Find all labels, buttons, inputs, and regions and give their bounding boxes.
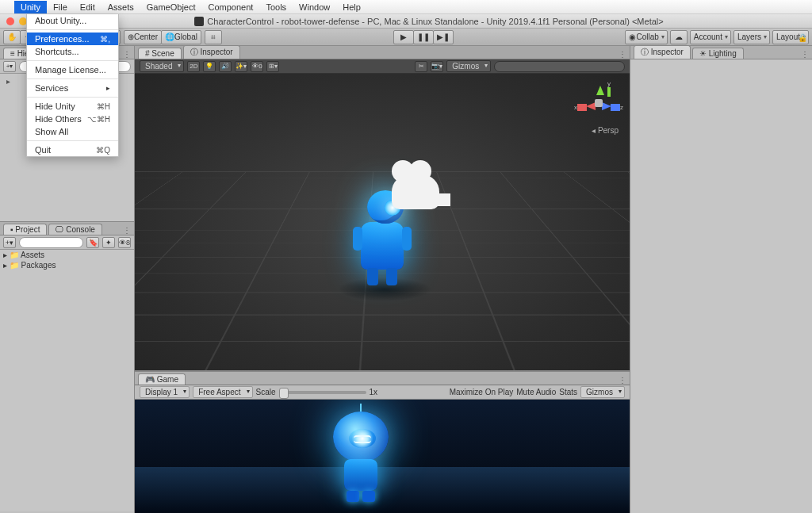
game-robot-character — [333, 412, 389, 503]
menu-hide-others[interactable]: Hide Others⌥⌘H — [27, 113, 118, 125]
scene-viewport[interactable]: y x z Persp — [135, 74, 630, 370]
panel-menu-icon[interactable]: ⋮ — [123, 226, 134, 235]
orientation-gizmo[interactable]: y x z — [579, 82, 619, 121]
menu-manage-license[interactable]: Manage License... — [27, 63, 118, 76]
inspector-body — [630, 59, 812, 513]
collab-dropdown[interactable]: ◉ Collab — [625, 30, 667, 44]
hand-tool-button[interactable]: ✋ — [3, 30, 21, 44]
scene-robot-character — [361, 222, 404, 270]
scene-camera-icon[interactable]: 📷▾ — [431, 61, 443, 72]
scene-toolbar: Shaded 2D 💡 🔊 ✨▾ 👁0 ⊞▾ ✂ 📷▾ Gizmos — [135, 59, 630, 74]
menu-about-unity[interactable]: About Unity... — [27, 14, 118, 27]
scene-tab[interactable]: # Scene — [138, 48, 182, 59]
window-close-button[interactable] — [6, 17, 14, 25]
stats-toggle[interactable]: Stats — [559, 388, 577, 396]
draw-mode-dropdown[interactable]: Shaded — [140, 60, 184, 72]
scene-gizmos-dropdown[interactable]: Gizmos — [446, 60, 491, 72]
project-tree: Assets Packages — [0, 250, 134, 511]
scene-2d-toggle[interactable]: 2D — [187, 61, 200, 72]
scene-tools-icon[interactable]: ✂ — [415, 61, 427, 72]
project-folder-packages[interactable]: Packages — [0, 260, 134, 270]
layers-dropdown[interactable]: Layers — [733, 30, 770, 44]
macos-menubar: Unity File Edit Assets GameObject Compon… — [0, 0, 812, 14]
game-aspect-dropdown[interactable]: Free Aspect — [193, 386, 252, 398]
window-title: CharacterControl - robot-tower-defense -… — [46, 17, 812, 26]
unity-toolbar: ✋ ✥ ↻ ⤢ ▭ ✦ ✱ ⊕ Center 🌐 Global ⌗ ▶ ❚❚ ▶… — [0, 29, 812, 46]
project-create-button[interactable]: +▾ — [3, 237, 16, 248]
hierarchy-create-button[interactable]: +▾ — [3, 61, 16, 72]
menubar-tools[interactable]: Tools — [259, 1, 293, 13]
mute-audio-toggle[interactable]: Mute Audio — [516, 388, 556, 396]
project-folder-assets[interactable]: Assets — [0, 250, 134, 260]
filter-type-icon[interactable]: ✦ — [102, 237, 115, 248]
menubar-gameobject[interactable]: GameObject — [140, 1, 202, 13]
game-scale-slider[interactable] — [279, 391, 366, 394]
scene-lighting-icon[interactable]: 💡 — [203, 61, 216, 72]
menu-show-all[interactable]: Show All — [27, 125, 118, 138]
unity-icon — [194, 17, 204, 26]
scene-inspector-tab[interactable]: ⓘ Inspector — [183, 45, 240, 59]
menu-services[interactable]: Services▸ — [27, 82, 118, 94]
window-titlebar: CharacterControl - robot-tower-defense -… — [0, 14, 812, 29]
snap-button[interactable]: ⌗ — [205, 30, 222, 44]
panel-menu-icon[interactable]: ⋮ — [619, 50, 630, 59]
pivot-center-button[interactable]: ⊕ Center — [124, 30, 162, 44]
menubar-component[interactable]: Component — [202, 1, 260, 13]
hidden-count[interactable]: 👁8 — [118, 237, 131, 248]
account-dropdown[interactable]: Account — [690, 30, 731, 44]
maximize-on-play-toggle[interactable]: Maximize On Play — [450, 388, 514, 396]
scale-label: Scale — [256, 388, 276, 396]
console-tab[interactable]: 🖵 Console — [48, 224, 102, 235]
menubar-window[interactable]: Window — [293, 1, 336, 13]
menubar-help[interactable]: Help — [336, 1, 367, 13]
lighting-tab[interactable]: ☀ Lighting — [692, 48, 744, 59]
menubar-edit[interactable]: Edit — [74, 1, 102, 13]
lock-icon[interactable]: 🔒 — [798, 33, 807, 42]
pivot-global-button[interactable]: 🌐 Global — [161, 30, 201, 44]
projection-label[interactable]: Persp — [592, 126, 619, 135]
menu-preferences[interactable]: Preferences...⌘, — [27, 33, 118, 45]
panel-menu-icon[interactable]: ⋮ — [123, 50, 134, 59]
unity-menu-dropdown: About Unity... Preferences...⌘, Shortcut… — [26, 14, 119, 157]
step-button[interactable]: ▶❚ — [433, 30, 454, 44]
panel-menu-icon[interactable]: ⋮ — [801, 50, 812, 59]
menubar-unity[interactable]: Unity — [14, 1, 47, 13]
menubar-assets[interactable]: Assets — [102, 1, 140, 13]
project-tab[interactable]: ▪ Project — [3, 224, 47, 235]
game-toolbar: Display 1 Free Aspect Scale 1x Maximize … — [135, 385, 630, 400]
scene-fx-icon[interactable]: ✨▾ — [235, 61, 247, 72]
scene-search-input[interactable] — [494, 61, 625, 72]
menu-quit[interactable]: Quit⌘Q — [27, 144, 118, 156]
pause-button[interactable]: ❚❚ — [413, 30, 434, 44]
panel-menu-icon[interactable]: ⋮ — [619, 376, 630, 385]
cloud-button[interactable]: ☁ — [670, 30, 688, 44]
game-tab[interactable]: 🎮 Game — [138, 373, 186, 385]
scene-visibility-icon[interactable]: 👁0 — [251, 61, 263, 72]
menu-hide-unity[interactable]: Hide Unity⌘H — [27, 100, 118, 113]
project-search-input[interactable] — [19, 237, 83, 248]
inspector-tab[interactable]: ⓘ Inspector — [634, 45, 691, 59]
menubar-file[interactable]: File — [47, 1, 74, 13]
filter-favorites-icon[interactable]: 🔖 — [86, 237, 99, 248]
scene-audio-icon[interactable]: 🔊 — [219, 61, 232, 72]
menu-shortcuts[interactable]: Shortcuts... — [27, 45, 118, 58]
scale-value: 1x — [370, 388, 378, 396]
game-gizmos-dropdown[interactable]: Gizmos — [580, 386, 625, 398]
camera-gizmo-icon[interactable] — [392, 174, 439, 209]
game-display-dropdown[interactable]: Display 1 — [140, 386, 190, 398]
play-button[interactable]: ▶ — [393, 30, 414, 44]
scene-grid-icon[interactable]: ⊞▾ — [266, 61, 279, 72]
game-viewport[interactable] — [135, 400, 630, 513]
